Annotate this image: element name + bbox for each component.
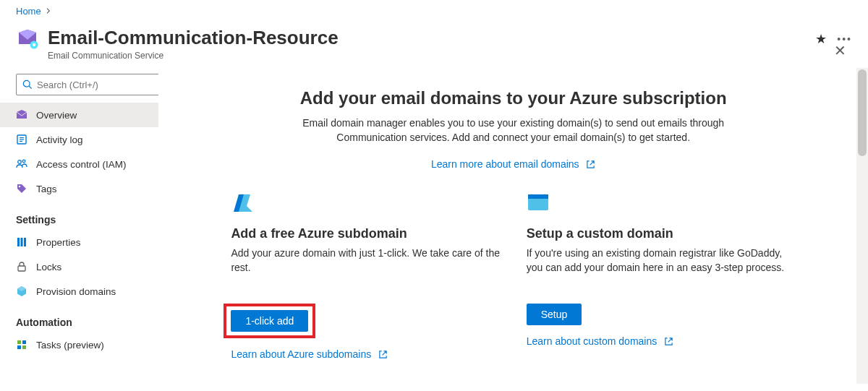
svg-point-10: [19, 186, 20, 187]
learn-custom-domains-link[interactable]: Learn about custom domains: [527, 335, 673, 347]
external-link-icon: [586, 160, 595, 171]
highlight-box: 1-click add: [224, 304, 315, 338]
card-description: If you're using an existing domain regis…: [527, 246, 796, 289]
card-description: Add your azure domain with just 1-click.…: [231, 246, 500, 289]
tag-icon: [16, 183, 27, 194]
sidebar-section-automation: Automation: [0, 304, 158, 332]
card-custom-domain: Setup a custom domain If you're using an…: [527, 192, 796, 361]
svg-rect-14: [18, 266, 25, 271]
sidebar-item-label: Locks: [36, 262, 61, 272]
provision-domains-icon: [16, 285, 27, 297]
external-link-icon: [378, 350, 388, 361]
sidebar-item-label: Access control (IAM): [36, 159, 127, 170]
sidebar-item-label: Activity log: [36, 134, 83, 145]
learn-azure-subdomains-link[interactable]: Learn about Azure subdomains: [231, 348, 388, 360]
sidebar-item-label: Overview: [36, 110, 77, 121]
sidebar-item-provision-domains[interactable]: Provision domains: [0, 279, 158, 304]
sidebar-item-tags[interactable]: Tags: [0, 176, 158, 201]
main-content: Add your email domains to your Azure sub…: [158, 68, 868, 384]
tasks-icon: [16, 339, 27, 351]
sidebar-item-locks[interactable]: Locks: [0, 254, 158, 279]
sidebar: Overview Activity log Access control (IA…: [0, 68, 158, 384]
search-icon: [22, 80, 33, 90]
svg-rect-13: [24, 238, 26, 246]
search-input[interactable]: [37, 80, 158, 90]
email-icon: [16, 109, 27, 121]
breadcrumb-home[interactable]: Home: [16, 6, 41, 17]
one-click-add-button[interactable]: 1-click add: [231, 310, 308, 332]
activity-log-icon: [16, 134, 27, 145]
lock-icon: [16, 261, 27, 272]
svg-rect-16: [22, 340, 26, 344]
resource-header: Email-Communication-Resource Email Commu…: [0, 20, 868, 68]
chevron-right-icon: [46, 7, 51, 15]
svg-rect-11: [17, 238, 20, 246]
sidebar-item-overview[interactable]: Overview: [0, 103, 158, 127]
access-control-icon: [16, 158, 27, 170]
svg-rect-17: [17, 345, 21, 349]
azure-logo-icon: [231, 192, 500, 219]
sidebar-item-tasks[interactable]: Tasks (preview): [0, 332, 158, 357]
sidebar-item-label: Properties: [36, 237, 81, 248]
learn-more-email-domains-link[interactable]: Learn more about email domains: [431, 158, 596, 170]
svg-rect-12: [21, 238, 23, 246]
main-heading: Add your email domains to your Azure sub…: [180, 88, 846, 108]
close-icon[interactable]: ✕: [834, 42, 846, 59]
external-link-icon: [664, 337, 673, 348]
svg-point-1: [33, 43, 35, 46]
folder-icon: [527, 192, 796, 219]
svg-point-2: [23, 81, 30, 87]
scrollbar-thumb[interactable]: [858, 69, 867, 156]
email-service-icon: [16, 27, 39, 52]
svg-rect-15: [17, 340, 21, 344]
svg-rect-20: [528, 194, 548, 199]
card-title: Setup a custom domain: [527, 226, 796, 241]
sidebar-item-label: Tasks (preview): [36, 340, 104, 351]
sidebar-item-label: Tags: [36, 184, 57, 194]
svg-line-3: [29, 86, 32, 89]
sidebar-search[interactable]: [16, 74, 158, 95]
scrollbar[interactable]: [856, 68, 868, 384]
svg-point-9: [22, 160, 25, 163]
page-subtitle: Email Communication Service: [48, 51, 798, 61]
sidebar-item-label: Provision domains: [36, 286, 116, 297]
svg-rect-18: [22, 345, 26, 349]
svg-point-8: [18, 160, 22, 164]
main-subheading: Email domain manager enables you to use …: [268, 116, 760, 145]
sidebar-item-access-control[interactable]: Access control (IAM): [0, 152, 158, 176]
sidebar-section-settings: Settings: [0, 201, 158, 230]
sidebar-item-activity-log[interactable]: Activity log: [0, 127, 158, 152]
properties-icon: [16, 236, 27, 248]
card-title: Add a free Azure subdomain: [231, 226, 500, 241]
setup-custom-domain-button[interactable]: Setup: [527, 304, 582, 325]
sidebar-item-properties[interactable]: Properties: [0, 230, 158, 254]
page-title: Email-Communication-Resource: [48, 27, 798, 49]
card-azure-subdomain: Add a free Azure subdomain Add your azur…: [231, 192, 500, 361]
breadcrumb: Home: [0, 0, 868, 20]
favorite-star-icon[interactable]: ★: [815, 31, 827, 47]
